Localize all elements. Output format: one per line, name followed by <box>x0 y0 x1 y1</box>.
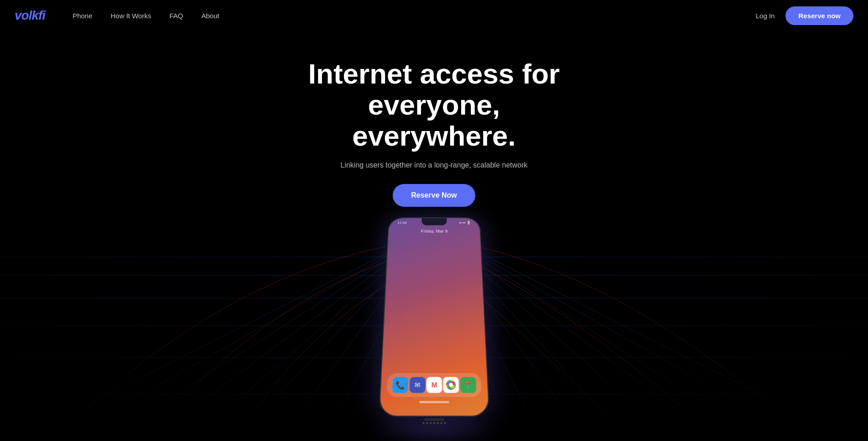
nav-links: Phone How It Works FAQ About <box>73 12 756 20</box>
app-icon-maps: 📍 <box>460 377 476 393</box>
phone-notch <box>421 218 447 225</box>
speaker-dot <box>444 422 446 424</box>
nav-link-faq[interactable]: FAQ <box>169 12 183 20</box>
phone-glow <box>367 422 501 438</box>
speaker-dot <box>429 422 431 424</box>
speaker-dot <box>426 422 428 424</box>
speaker-dot <box>440 422 442 424</box>
navbar: volkfi Phone How It Works FAQ About Log … <box>0 0 868 31</box>
phone-body: 12:00 ▪▪ ▪▪ 🔋 Friday, Mar 9 📞 ✉ M 📍 <box>379 217 490 416</box>
app-icon-chrome <box>443 377 459 393</box>
reserve-now-button-nav[interactable]: Reserve now <box>785 6 853 25</box>
speaker-dot <box>422 422 425 424</box>
hero-title: Internet access for everyone, everywhere… <box>297 58 571 152</box>
nav-link-phone[interactable]: Phone <box>73 12 92 20</box>
app-icon-messages: ✉ <box>409 377 425 393</box>
app-icon-phone: 📞 <box>392 377 408 393</box>
login-link[interactable]: Log In <box>756 12 775 20</box>
nav-link-how-it-works[interactable]: How It Works <box>111 12 151 20</box>
phone-dock: 📞 ✉ M 📍 <box>386 373 482 397</box>
scene-container: 12:00 ▪▪ ▪▪ 🔋 Friday, Mar 9 📞 ✉ M 📍 <box>0 193 868 441</box>
phone-screen: 12:00 ▪▪ ▪▪ 🔋 Friday, Mar 9 📞 ✉ M 📍 <box>379 218 489 415</box>
logo-text: volkfi <box>15 8 45 22</box>
nav-link-about[interactable]: About <box>201 12 219 20</box>
hero-subtitle: Linking users together into a long-range… <box>0 161 868 169</box>
phone-date: Friday, Mar 9 <box>388 229 479 233</box>
phone-time: 12:00 <box>397 221 407 225</box>
phone-mockup: 12:00 ▪▪ ▪▪ 🔋 Friday, Mar 9 📞 ✉ M 📍 <box>379 217 490 416</box>
brand-logo[interactable]: volkfi <box>15 8 45 23</box>
speaker-dot <box>437 422 438 424</box>
reserve-now-button-hero[interactable]: Reserve Now <box>393 184 475 207</box>
nav-right: Log In Reserve now <box>756 6 853 25</box>
phone-bottom-button <box>424 418 444 421</box>
speaker-dot <box>433 422 435 424</box>
phone-status-icons: ▪▪ ▪▪ 🔋 <box>459 221 471 225</box>
phone-speaker <box>422 422 446 424</box>
phone-home-bar <box>419 401 449 403</box>
app-icon-gmail: M <box>426 377 442 393</box>
hero-section: Internet access for everyone, everywhere… <box>0 31 868 207</box>
